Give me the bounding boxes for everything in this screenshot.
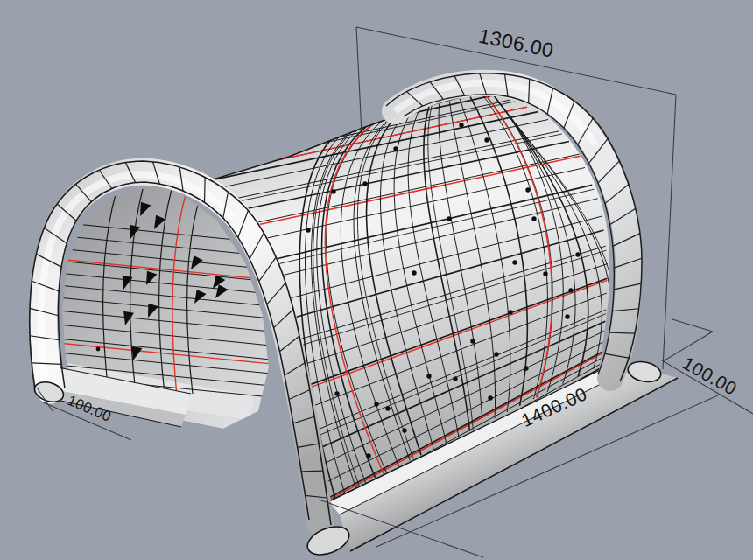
surface-control-point <box>575 252 580 256</box>
surface-control-point <box>565 314 569 318</box>
surface-control-point <box>334 391 339 396</box>
surface-control-point <box>568 288 573 292</box>
surface-control-point <box>385 406 390 410</box>
surface-control-point <box>447 216 451 220</box>
surface-control-point <box>512 260 517 264</box>
surface-control-point <box>488 396 492 400</box>
surface-control-point <box>525 187 530 192</box>
surface-control-point <box>306 228 310 232</box>
perspective-3d-viewport[interactable]: 1306.00 1400.00 100.00 100.00 <box>0 0 753 560</box>
cad-viewport-stage: 1306.00 1400.00 100.00 100.00 <box>0 0 753 560</box>
rim-ring-line <box>301 471 323 472</box>
surface-control-point <box>393 146 398 150</box>
inner-control-point <box>96 347 101 352</box>
surface-control-point <box>374 402 378 406</box>
surface-control-point <box>426 374 431 378</box>
surface-control-point <box>524 366 528 370</box>
surface-control-point <box>362 181 367 186</box>
surface-control-point <box>459 122 463 127</box>
surface-control-point <box>402 428 406 432</box>
surface-control-point <box>331 189 335 193</box>
surface-control-point <box>508 310 512 314</box>
surface-control-point <box>366 453 370 458</box>
surface-control-point <box>494 352 498 356</box>
surface-control-point <box>470 339 475 343</box>
surface-control-point <box>543 271 547 276</box>
surface-control-point <box>531 216 536 220</box>
rim-ring-line <box>204 178 205 203</box>
surface-control-point <box>412 270 416 275</box>
surface-control-point <box>453 376 457 381</box>
surface-control-point <box>484 137 489 142</box>
